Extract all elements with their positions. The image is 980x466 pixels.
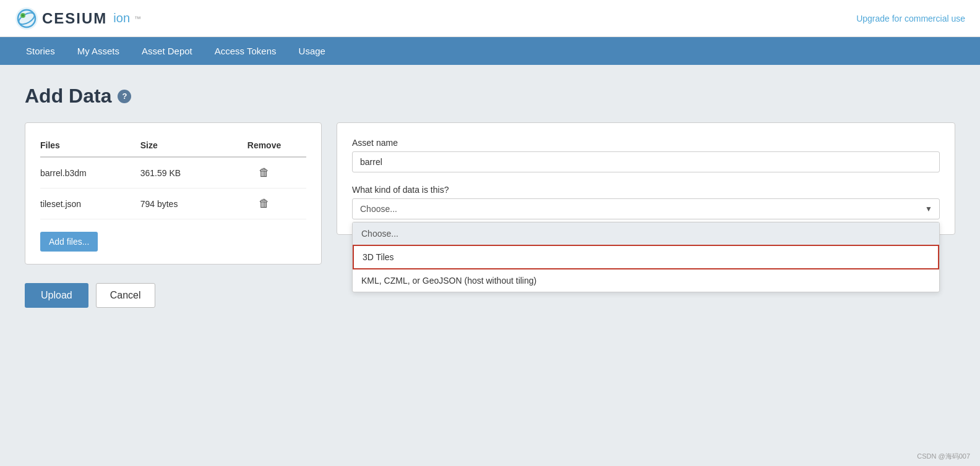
page-title: Add Data: [25, 85, 111, 108]
top-header: CESIUM ion ™ Upgrade for commercial use: [0, 0, 980, 37]
cancel-button[interactable]: Cancel: [96, 283, 155, 308]
watermark: CSDN @海码007: [917, 452, 970, 461]
nav-item-usage[interactable]: Usage: [288, 37, 337, 65]
file-size: 361.59 KB: [140, 157, 230, 189]
nav-bar: Stories My Assets Asset Depot Access Tok…: [0, 37, 980, 65]
data-kind-label: What kind of data is this?: [352, 185, 940, 195]
asset-name-input[interactable]: [352, 151, 940, 172]
nav-item-my-assets[interactable]: My Assets: [66, 37, 131, 65]
table-row: barrel.b3dm 361.59 KB 🗑: [40, 157, 306, 189]
nav-item-asset-depot[interactable]: Asset Depot: [131, 37, 204, 65]
file-remove-cell: 🗑: [230, 157, 306, 189]
cesium-logo-icon: [15, 7, 38, 30]
svg-point-0: [15, 7, 38, 30]
upload-button[interactable]: Upload: [25, 283, 88, 308]
nav-item-access-tokens[interactable]: Access Tokens: [204, 37, 288, 65]
col-header-remove: Remove: [230, 135, 306, 157]
dropdown-item-3d-tiles[interactable]: 3D Tiles: [353, 245, 939, 269]
add-files-button[interactable]: Add files...: [40, 232, 98, 252]
nav-item-stories[interactable]: Stories: [15, 37, 66, 65]
remove-file-button[interactable]: 🗑: [255, 165, 273, 180]
page-title-row: Add Data ?: [25, 85, 955, 108]
col-header-size: Size: [140, 135, 230, 157]
logo-ion: ion: [113, 11, 130, 25]
files-table: Files Size Remove barrel.b3dm 361.59 KB …: [40, 135, 306, 219]
file-remove-cell: 🗑: [230, 189, 306, 219]
data-kind-select-wrapper: Choose... 3D Tiles KML, CZML, or GeoJSON…: [352, 198, 940, 219]
left-panel: Files Size Remove barrel.b3dm 361.59 KB …: [25, 122, 322, 265]
logo: CESIUM ion ™: [15, 7, 141, 30]
asset-name-label: Asset name: [352, 138, 940, 148]
main-content: Add Data ? Files Size Remove barrel.b3dm…: [0, 65, 980, 466]
dropdown-item-kml[interactable]: KML, CZML, or GeoJSON (host without tili…: [353, 269, 939, 292]
upgrade-link[interactable]: Upgrade for commercial use: [856, 14, 965, 23]
dropdown-item-choose[interactable]: Choose...: [353, 222, 939, 245]
file-size: 794 bytes: [140, 189, 230, 219]
data-kind-select[interactable]: Choose... 3D Tiles KML, CZML, or GeoJSON…: [352, 198, 940, 219]
file-name: barrel.b3dm: [40, 157, 140, 189]
table-row: tileset.json 794 bytes 🗑: [40, 189, 306, 219]
panels: Files Size Remove barrel.b3dm 361.59 KB …: [25, 122, 955, 265]
right-panel: Asset name What kind of data is this? Ch…: [337, 122, 955, 235]
dropdown-open: Choose... 3D Tiles KML, CZML, or GeoJSON…: [352, 222, 940, 292]
col-header-files: Files: [40, 135, 140, 157]
remove-file-button[interactable]: 🗑: [255, 196, 273, 211]
logo-cesium: CESIUM: [42, 10, 107, 27]
file-name: tileset.json: [40, 189, 140, 219]
logo-tm: ™: [134, 15, 141, 22]
svg-point-4: [22, 14, 24, 17]
help-icon[interactable]: ?: [118, 90, 131, 103]
